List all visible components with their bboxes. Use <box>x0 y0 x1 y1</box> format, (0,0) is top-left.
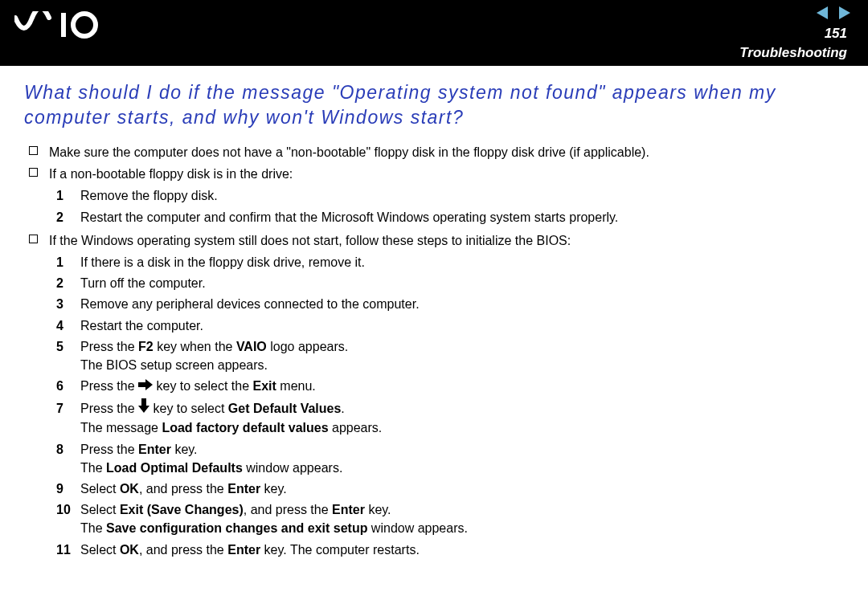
list-item: 10 Select Exit (Save Changes), and press… <box>56 500 844 537</box>
list-number: 1 <box>56 253 80 271</box>
list-item: 1 If there is a disk in the floppy disk … <box>56 253 844 271</box>
text: key. <box>171 443 198 456</box>
option-name: Get Default Values <box>228 402 342 415</box>
list-number: 10 <box>56 500 80 519</box>
text: key. <box>365 503 391 516</box>
list-item: 2 Restart the computer and confirm that … <box>56 208 844 226</box>
bullet-item: If the Windows operating system still do… <box>29 231 844 250</box>
text: key when the <box>154 340 236 353</box>
list-item: 2 Turn off the computer. <box>56 274 844 292</box>
button-name: OK <box>120 543 139 557</box>
list-item: 4 Restart the computer. <box>56 316 844 335</box>
bullet-icon <box>29 146 38 155</box>
svg-marker-3 <box>145 379 153 390</box>
window-name: Load Optimal Defaults <box>106 461 243 475</box>
text: logo appears. <box>267 340 348 353</box>
arrow-right-icon <box>138 377 153 395</box>
text: . <box>341 402 344 415</box>
text: Select <box>80 543 120 557</box>
list-number: 2 <box>56 274 80 292</box>
list-text: Remove any peripheral devices connected … <box>80 295 844 313</box>
svg-marker-5 <box>138 406 149 413</box>
bullet-text: If a non-bootable floppy disk is in the … <box>49 165 293 183</box>
list-text: Select Exit (Save Changes), and press th… <box>80 500 844 537</box>
list-number: 11 <box>56 541 80 559</box>
text: , and press the <box>244 503 332 516</box>
list-number: 6 <box>56 377 80 395</box>
list-number: 7 <box>56 399 80 418</box>
text: Press the <box>80 443 138 456</box>
text: The <box>80 461 106 475</box>
text: The <box>80 521 106 535</box>
text: Select <box>80 503 120 516</box>
option-name: Exit (Save Changes) <box>120 503 244 516</box>
text: key to select the <box>153 379 253 393</box>
bullet-item: Make sure the computer does not have a "… <box>29 143 844 161</box>
list-number: 1 <box>56 186 80 205</box>
page-content: What should I do if the message "Operati… <box>0 66 868 569</box>
text: key. <box>260 482 287 496</box>
arrow-down-icon <box>138 398 149 418</box>
list-text: Press the key to select Get Default Valu… <box>80 399 844 438</box>
bullet-item: If a non-bootable floppy disk is in the … <box>29 165 844 183</box>
menu-name: Exit <box>253 379 276 393</box>
list-text: Turn off the computer. <box>80 274 844 292</box>
list-text: Press the F2 key when the VAIO logo appe… <box>80 337 844 374</box>
sub-text: The BIOS setup screen appears. <box>80 358 268 372</box>
list-number: 9 <box>56 479 80 498</box>
svg-rect-4 <box>141 398 146 406</box>
text: window appears. <box>367 521 468 535</box>
header-bar: 151 Troubleshooting <box>0 0 868 66</box>
list-item: 1 Remove the floppy disk. <box>56 186 844 205</box>
list-item: 11 Select OK, and press the Enter key. T… <box>56 541 844 559</box>
list-item: 8 Press the Enter key. The Load Optimal … <box>56 440 844 477</box>
list-item: 5 Press the F2 key when the VAIO logo ap… <box>56 337 844 374</box>
list-text: Restart the computer and confirm that th… <box>80 208 844 226</box>
svg-point-1 <box>73 14 96 36</box>
list-number: 3 <box>56 295 80 313</box>
next-page-button[interactable] <box>839 6 850 19</box>
text: , and press the <box>139 543 227 557</box>
text: key to select <box>149 402 228 415</box>
text: Press the <box>80 340 138 353</box>
text: key. The computer restarts. <box>260 543 420 557</box>
text: menu. <box>276 379 316 393</box>
list-text: Select OK, and press the Enter key. The … <box>80 541 844 559</box>
list-text: Select OK, and press the Enter key. <box>80 479 844 498</box>
list-text: If there is a disk in the floppy disk dr… <box>80 253 844 271</box>
vaio-logo <box>14 11 111 39</box>
svg-rect-0 <box>61 13 66 37</box>
text: , and press the <box>139 482 227 496</box>
list-item: 3 Remove any peripheral devices connecte… <box>56 295 844 313</box>
page-heading: What should I do if the message "Operati… <box>24 80 844 130</box>
list-item: 7 Press the key to select Get Default Va… <box>56 399 844 438</box>
list-number: 2 <box>56 208 80 226</box>
text: Press the <box>80 402 138 415</box>
section-title: Troubleshooting <box>739 45 847 61</box>
text: appears. <box>329 421 383 435</box>
bullet-icon <box>29 168 38 177</box>
list-number: 8 <box>56 440 80 459</box>
window-name: Save configuration changes and exit setu… <box>106 521 367 535</box>
text: The message <box>80 421 162 435</box>
list-text: Restart the computer. <box>80 316 844 335</box>
list-item: 9 Select OK, and press the Enter key. <box>56 479 844 498</box>
message-name: Load factory default values <box>162 421 328 435</box>
text: window appears. <box>243 461 343 475</box>
button-name: OK <box>120 482 139 496</box>
list-text: Remove the floppy disk. <box>80 186 844 205</box>
key-name: F2 <box>138 340 154 353</box>
list-number: 5 <box>56 337 80 356</box>
svg-rect-2 <box>138 382 145 387</box>
bullet-icon <box>29 235 38 243</box>
key-name: Enter <box>332 503 365 516</box>
nav-arrows <box>817 6 850 19</box>
list-text: Press the Enter key. The Load Optimal De… <box>80 440 844 477</box>
text: Select <box>80 482 120 496</box>
key-name: Enter <box>138 443 171 456</box>
bullet-text: If the Windows operating system still do… <box>49 231 571 250</box>
key-name: Enter <box>227 543 260 557</box>
list-text: Press the key to select the Exit menu. <box>80 377 844 396</box>
page-number: 151 <box>825 26 847 42</box>
prev-page-button[interactable] <box>817 6 828 19</box>
